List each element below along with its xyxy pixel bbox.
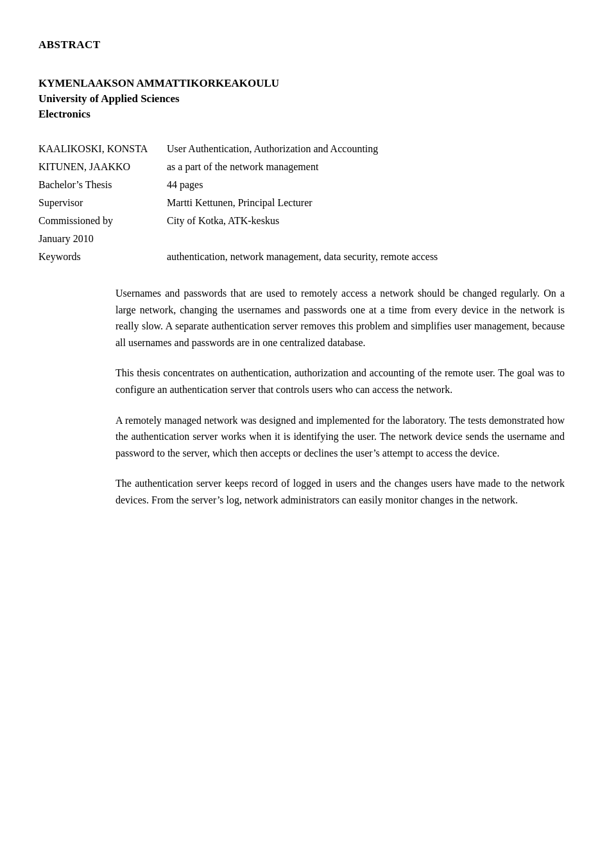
table-row-commissioned: Commissioned by City of Kotka, ATK-kesku… xyxy=(38,212,565,230)
paragraph-4: The authentication server keeps record o… xyxy=(116,475,565,508)
commissioned-label: Commissioned by xyxy=(38,212,167,230)
date-empty xyxy=(167,230,565,248)
page: ABSTRACT KYMENLAAKSON AMMATTIKORKEAKOULU… xyxy=(0,0,616,547)
abstract-title: ABSTRACT xyxy=(38,39,565,51)
table-row-keywords: Keywords authentication, network managem… xyxy=(38,248,565,266)
body-text: Usernames and passwords that are used to… xyxy=(116,285,565,509)
paragraph-2: This thesis concentrates on authenticati… xyxy=(116,365,565,397)
table-row-thesis: Bachelor’s Thesis 44 pages xyxy=(38,176,565,194)
thesis-label: Bachelor’s Thesis xyxy=(38,176,167,194)
table-row-author1: KAALIKOSKI, KONSTA User Authentication, … xyxy=(38,140,565,158)
institution-sub: University of Applied Sciences xyxy=(38,92,565,105)
paragraph-3: A remotely managed network was designed … xyxy=(116,412,565,462)
author1-right: User Authentication, Authorization and A… xyxy=(167,140,565,158)
supervisor-label: Supervisor xyxy=(38,194,167,212)
thesis-pages: 44 pages xyxy=(167,176,565,194)
info-table: KAALIKOSKI, KONSTA User Authentication, … xyxy=(38,140,565,266)
author2-right: as a part of the network management xyxy=(167,158,565,176)
supervisor-value: Martti Kettunen, Principal Lecturer xyxy=(167,194,565,212)
keywords-label: Keywords xyxy=(38,248,167,266)
institution-dept: Electronics xyxy=(38,108,565,121)
author2-left: KITUNEN, JAAKKO xyxy=(38,158,167,176)
date-value: January 2010 xyxy=(38,230,167,248)
institution-name: KYMENLAAKSON AMMATTIKORKEAKOULU xyxy=(38,77,565,90)
table-row-author2: KITUNEN, JAAKKO as a part of the network… xyxy=(38,158,565,176)
keywords-value: authentication, network management, data… xyxy=(167,248,565,266)
commissioned-value: City of Kotka, ATK-keskus xyxy=(167,212,565,230)
author1-left: KAALIKOSKI, KONSTA xyxy=(38,140,167,158)
table-row-supervisor: Supervisor Martti Kettunen, Principal Le… xyxy=(38,194,565,212)
table-row-date: January 2010 xyxy=(38,230,565,248)
paragraph-1: Usernames and passwords that are used to… xyxy=(116,285,565,351)
